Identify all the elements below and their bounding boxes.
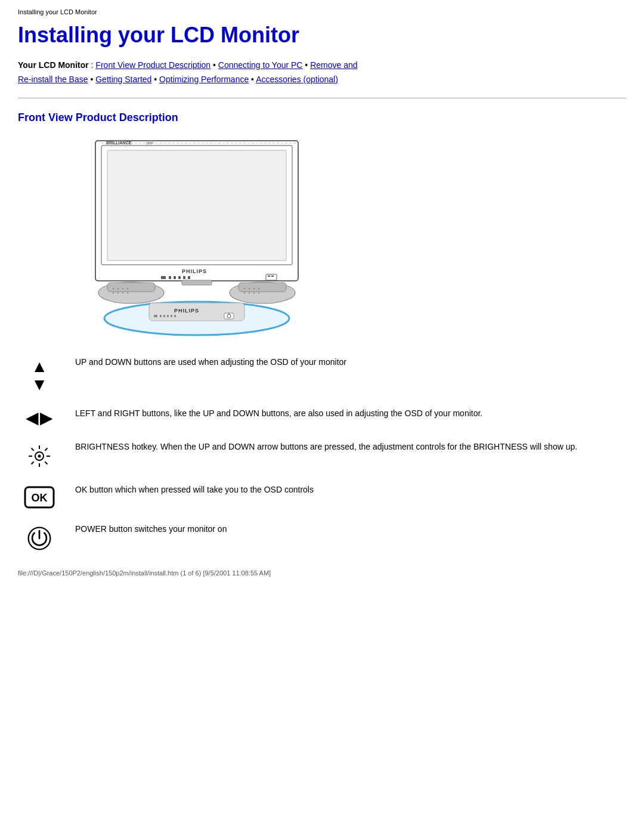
svg-point-25 bbox=[122, 292, 124, 293]
svg-line-54 bbox=[32, 448, 34, 450]
svg-rect-43 bbox=[167, 315, 169, 317]
svg-rect-7 bbox=[161, 276, 166, 279]
svg-text:PHILIPS: PHILIPS bbox=[182, 268, 207, 274]
svg-line-57 bbox=[32, 462, 34, 464]
svg-rect-13 bbox=[266, 274, 277, 280]
divider bbox=[18, 98, 626, 98]
svg-rect-14 bbox=[268, 275, 270, 277]
svg-rect-10 bbox=[178, 276, 181, 279]
nav-prefix: Your LCD Monitor bbox=[18, 60, 89, 70]
svg-point-32 bbox=[258, 287, 260, 289]
svg-rect-12 bbox=[188, 276, 190, 279]
feature-power: POWER button switches your monitor on bbox=[18, 523, 626, 552]
feature-brightness: BRIGHTNESS hotkey. When the UP and DOWN … bbox=[18, 441, 626, 469]
svg-point-20 bbox=[117, 287, 119, 289]
svg-rect-8 bbox=[169, 276, 171, 279]
svg-line-56 bbox=[45, 448, 47, 450]
svg-rect-16 bbox=[182, 280, 212, 285]
nav-link-optimizing[interactable]: Optimizing Performance bbox=[159, 75, 249, 84]
power-icon bbox=[18, 523, 61, 552]
feature-leftright: ◀ ▶ LEFT and RIGHT buttons, like the UP … bbox=[18, 407, 626, 426]
svg-rect-28 bbox=[239, 283, 286, 292]
svg-rect-2 bbox=[107, 150, 286, 261]
svg-point-58 bbox=[38, 454, 41, 457]
svg-rect-44 bbox=[171, 315, 172, 317]
svg-point-21 bbox=[122, 287, 124, 289]
monitor-image: BRILLIANCE 150P PHILIPS bbox=[18, 135, 626, 339]
svg-rect-40 bbox=[154, 315, 157, 317]
leftright-icon: ◀ ▶ bbox=[18, 407, 61, 426]
svg-rect-42 bbox=[163, 315, 165, 317]
svg-point-34 bbox=[249, 292, 250, 293]
ok-icon: OK bbox=[18, 484, 61, 509]
updown-description: UP and DOWN buttons are used when adjust… bbox=[75, 356, 626, 368]
svg-point-23 bbox=[113, 292, 114, 293]
nav-link-connecting[interactable]: Connecting to Your PC bbox=[218, 60, 303, 70]
ok-description: OK button which when pressed will take y… bbox=[75, 484, 626, 496]
power-description: POWER button switches your monitor on bbox=[75, 523, 626, 535]
footer: file:///D|/Grace/150P2/english/150p2m/in… bbox=[18, 569, 626, 577]
brightness-description: BRIGHTNESS hotkey. When the UP and DOWN … bbox=[75, 441, 626, 453]
svg-text:OK: OK bbox=[32, 492, 48, 504]
brightness-icon bbox=[18, 441, 61, 469]
svg-point-30 bbox=[249, 287, 250, 289]
svg-rect-41 bbox=[160, 315, 162, 317]
svg-point-29 bbox=[244, 287, 246, 289]
svg-point-24 bbox=[117, 292, 119, 293]
svg-point-35 bbox=[253, 292, 255, 293]
svg-point-26 bbox=[127, 292, 129, 293]
page-title: Installing your LCD Monitor bbox=[18, 23, 626, 48]
nav-link-accessories[interactable]: Accessories (optional) bbox=[256, 75, 338, 84]
svg-point-22 bbox=[127, 287, 129, 289]
nav-link-started[interactable]: Getting Started bbox=[95, 75, 151, 84]
leftright-description: LEFT and RIGHT buttons, like the UP and … bbox=[75, 407, 626, 420]
svg-line-55 bbox=[45, 462, 47, 464]
svg-point-19 bbox=[113, 287, 114, 289]
section-title: Front View Product Description bbox=[18, 112, 626, 124]
svg-text:PHILIPS: PHILIPS bbox=[174, 308, 199, 314]
svg-point-36 bbox=[258, 292, 260, 293]
nav-link-front[interactable]: Front View Product Description bbox=[95, 60, 210, 70]
features-list: ▲ ▼ UP and DOWN buttons are used when ad… bbox=[18, 356, 626, 552]
svg-rect-15 bbox=[271, 275, 274, 277]
feature-ok: OK OK button which when pressed will tak… bbox=[18, 484, 626, 509]
svg-point-31 bbox=[253, 287, 255, 289]
svg-rect-45 bbox=[174, 315, 176, 317]
nav-links: Your LCD Monitor : Front View Product De… bbox=[18, 58, 626, 87]
svg-text:BRILLIANCE: BRILLIANCE bbox=[106, 141, 132, 145]
svg-rect-9 bbox=[174, 276, 176, 279]
svg-point-33 bbox=[244, 292, 246, 293]
svg-rect-11 bbox=[183, 276, 185, 279]
svg-rect-18 bbox=[107, 283, 155, 292]
updown-icon: ▲ ▼ bbox=[18, 356, 61, 393]
browser-tab-label: Installing your LCD Monitor bbox=[18, 6, 626, 18]
feature-updown: ▲ ▼ UP and DOWN buttons are used when ad… bbox=[18, 356, 626, 393]
